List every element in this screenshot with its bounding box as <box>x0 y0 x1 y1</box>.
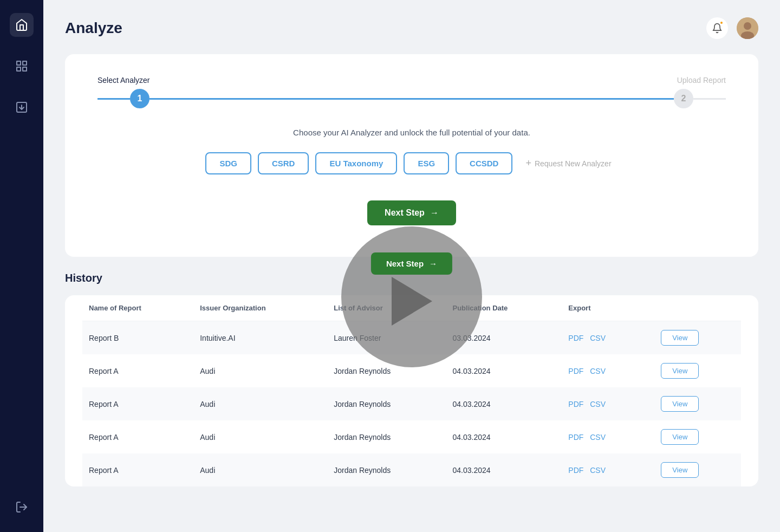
step1-circle: 1 <box>130 89 150 108</box>
cell-issuer: Audi <box>193 453 327 486</box>
svg-rect-2 <box>17 67 21 71</box>
header-actions <box>706 17 758 39</box>
export-csv-link[interactable]: CSV <box>590 466 606 475</box>
cell-report-name: Report A <box>82 387 193 420</box>
analyzer-btn-eu-taxonomy[interactable]: EU Taxonomy <box>315 152 397 174</box>
page-header: Analyze <box>65 17 758 39</box>
svg-rect-3 <box>23 67 27 71</box>
sidebar-item-home[interactable] <box>10 13 34 37</box>
table-row: Report A Audi Jordan Reynolds 04.03.2024… <box>82 453 741 486</box>
next-step-button[interactable]: Next Step → <box>367 200 456 225</box>
video-overlay[interactable]: Next Step → <box>341 226 482 367</box>
export-pdf-link[interactable]: PDF <box>568 400 583 408</box>
analyzer-btn-sdg[interactable]: SDG <box>205 152 251 174</box>
request-new-analyzer-button[interactable]: + Request New Analyzer <box>519 153 618 173</box>
table-row: Report A Audi Jordan Reynolds 04.03.2024… <box>82 387 741 420</box>
plus-icon: + <box>525 158 531 169</box>
export-csv-link[interactable]: CSV <box>590 367 606 375</box>
analyzer-btn-ccsdd[interactable]: CCSDD <box>456 152 512 174</box>
cell-report-name: Report B <box>82 321 193 355</box>
cell-advisor: Jordan Reynolds <box>327 387 446 420</box>
view-button[interactable]: View <box>661 363 699 379</box>
avatar[interactable] <box>737 17 758 39</box>
cell-view: View <box>654 321 741 355</box>
stepper-labels: Select Analyzer Upload Report <box>98 76 726 85</box>
step-mid-line <box>150 98 674 100</box>
step-pre-line <box>98 98 130 100</box>
cell-issuer: Intuitive.AI <box>193 321 327 355</box>
view-button[interactable]: View <box>661 429 699 445</box>
cell-issuer: Audi <box>193 387 327 420</box>
stepper-track: 1 2 <box>98 89 726 108</box>
arrow-icon: → <box>430 208 439 218</box>
cell-export: PDF CSV <box>562 453 654 486</box>
cell-date: 04.03.2024 <box>446 453 562 486</box>
sidebar-item-downloads[interactable] <box>10 95 34 119</box>
next-step-area: Next Step → Next Step → <box>98 190 726 235</box>
col-report-name: Name of Report <box>82 295 193 321</box>
cell-export: PDF CSV <box>562 420 654 453</box>
notification-button[interactable] <box>706 17 728 39</box>
step2-label: Upload Report <box>677 76 726 85</box>
export-csv-link[interactable]: CSV <box>590 334 606 342</box>
export-pdf-link[interactable]: PDF <box>568 466 583 475</box>
cell-date: 04.03.2024 <box>446 387 562 420</box>
cell-export: PDF CSV <box>562 387 654 420</box>
step-post-line <box>693 98 726 100</box>
avatar-image <box>737 17 758 39</box>
export-pdf-link[interactable]: PDF <box>568 334 583 342</box>
play-icon <box>392 277 432 326</box>
main-content: Analyze Select Analyzer <box>43 0 780 532</box>
cell-report-name: Report A <box>82 453 193 486</box>
table-row: Report A Audi Jordan Reynolds 04.03.2024… <box>82 420 741 453</box>
view-button[interactable]: View <box>661 330 699 346</box>
analyzer-btn-csrd[interactable]: CSRD <box>258 152 309 174</box>
step1-label: Select Analyzer <box>98 76 150 85</box>
cell-advisor: Jordan Reynolds <box>327 420 446 453</box>
cell-report-name: Report A <box>82 354 193 387</box>
export-csv-link[interactable]: CSV <box>590 433 606 442</box>
export-pdf-link[interactable]: PDF <box>568 433 583 442</box>
sidebar-item-analytics[interactable] <box>10 54 34 78</box>
cell-view: View <box>654 354 741 387</box>
analyzer-btn-esg[interactable]: ESG <box>404 152 449 174</box>
svg-rect-0 <box>17 61 21 65</box>
export-csv-link[interactable]: CSV <box>590 400 606 408</box>
analyzer-subtitle: Choose your AI Analyzer and unlock the f… <box>98 128 726 137</box>
cell-export: PDF CSV <box>562 354 654 387</box>
cell-export: PDF CSV <box>562 321 654 355</box>
col-issuer: Issuer Organization <box>193 295 327 321</box>
cell-view: View <box>654 387 741 420</box>
cell-report-name: Report A <box>82 420 193 453</box>
cell-advisor: Jordan Reynolds <box>327 453 446 486</box>
analyzer-card: Select Analyzer Upload Report 1 2 Choose… <box>65 54 758 257</box>
analyzer-buttons-row: SDG CSRD EU Taxonomy ESG CCSDD + Request… <box>98 152 726 174</box>
page-title: Analyze <box>65 20 122 37</box>
cell-issuer: Audi <box>193 420 327 453</box>
sidebar-item-logout[interactable] <box>10 495 34 519</box>
view-button[interactable]: View <box>661 396 699 412</box>
cell-date: 04.03.2024 <box>446 354 562 387</box>
svg-rect-1 <box>23 61 27 65</box>
cell-view: View <box>654 420 741 453</box>
cell-date: 04.03.2024 <box>446 420 562 453</box>
cell-view: View <box>654 453 741 486</box>
svg-point-8 <box>744 22 751 30</box>
video-next-step-button[interactable]: Next Step → <box>371 252 452 275</box>
view-button[interactable]: View <box>661 462 699 478</box>
notification-badge <box>719 21 724 25</box>
col-action <box>654 295 741 321</box>
col-export: Export <box>562 295 654 321</box>
sidebar <box>0 0 43 532</box>
step2-circle: 2 <box>674 89 693 108</box>
export-pdf-link[interactable]: PDF <box>568 367 583 375</box>
arrow-right-icon: → <box>429 259 437 268</box>
stepper: Select Analyzer Upload Report 1 2 <box>98 76 726 108</box>
cell-issuer: Audi <box>193 354 327 387</box>
